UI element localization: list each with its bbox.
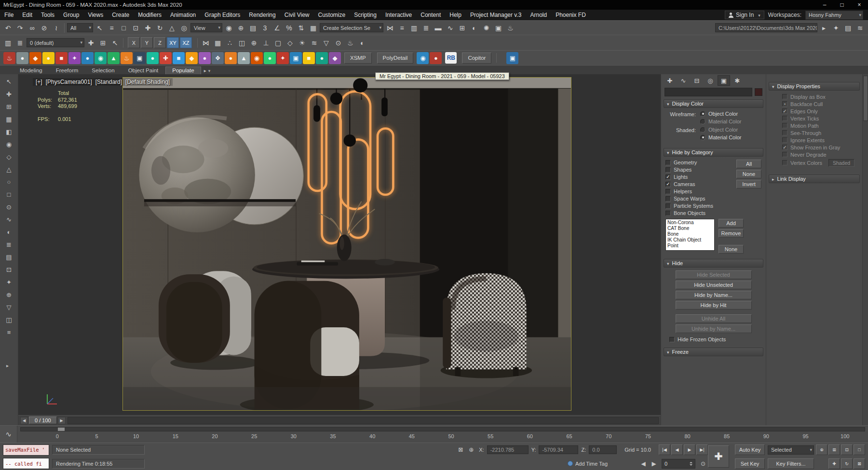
keyboard-override-icon[interactable]: ▤ xyxy=(247,22,258,33)
region-tool-icon[interactable]: ⊡ xyxy=(3,265,15,274)
coordinate-z-field[interactable]: 0.0 xyxy=(589,445,617,454)
menu-content[interactable]: Content xyxy=(416,10,445,20)
vertex-ticks-checkbox[interactable]: Vertex Ticks xyxy=(770,115,859,122)
plugin-icon[interactable]: ◉ xyxy=(251,52,263,64)
scene-explorer-new-icon[interactable]: ▤ xyxy=(842,22,854,33)
plugin-icon[interactable]: ◉ xyxy=(95,52,107,64)
grab-viewport-icon[interactable]: ⊙ xyxy=(333,37,344,48)
track-bar[interactable]: 0510152025303540455055606570758085909510… xyxy=(17,426,868,443)
select-layer-objects-icon[interactable]: ↖ xyxy=(109,37,121,48)
split-tool-icon[interactable]: ◫ xyxy=(3,315,15,324)
menu-customize[interactable]: Customize xyxy=(314,10,350,20)
category-geometry-checkbox[interactable]: Geometry xyxy=(665,160,733,165)
plugin-icon[interactable]: ▣ xyxy=(506,52,518,64)
material-editor-icon[interactable]: ◐ xyxy=(469,22,480,33)
sphere-tool-icon[interactable]: ◐ xyxy=(3,228,15,237)
add-time-tag-button[interactable]: Add Time Tag xyxy=(568,461,608,467)
cone-tool-icon[interactable]: △ xyxy=(3,165,15,174)
category-list-item[interactable]: Non-Corona xyxy=(667,220,713,226)
hide-selected-button[interactable]: Hide Selected xyxy=(676,270,752,279)
category-shapes-checkbox[interactable]: Shapes xyxy=(665,167,733,173)
menu-project-manager[interactable]: Project Manager v.3 xyxy=(466,10,526,20)
bind-to-space-warp-icon[interactable]: ≀ xyxy=(51,22,62,33)
backface-cull-checkbox[interactable]: Backface Cull xyxy=(770,100,859,107)
project-folder-icon[interactable]: ▸ xyxy=(818,22,829,33)
toggle-ribbon-icon[interactable]: ▬ xyxy=(433,22,444,33)
plugin-icon[interactable]: ● xyxy=(42,52,54,64)
category-list-item[interactable]: CAT Bone xyxy=(667,226,713,231)
tab-modeling[interactable]: Modeling xyxy=(14,67,49,74)
maxscript-mini-listener[interactable]: saveMaxFile ' xyxy=(3,444,49,456)
named-selection-sets-select[interactable]: Create Selection Se xyxy=(320,23,383,32)
plugin-icon[interactable]: ◉ xyxy=(417,52,429,64)
pyramid-tool-icon[interactable]: ▽ xyxy=(3,303,15,312)
add-to-layer-icon[interactable]: ⊞ xyxy=(97,37,108,48)
plugin-icon[interactable]: ♨ xyxy=(121,52,133,64)
hierarchy-tab-icon[interactable]: ⊟ xyxy=(691,75,703,86)
light-lister-icon[interactable]: ☀ xyxy=(297,37,308,48)
menu-tool-icon[interactable]: ≡ xyxy=(3,328,15,337)
unhide-all-button[interactable]: Unhide All xyxy=(676,314,752,323)
tab-selection[interactable]: Selection xyxy=(85,67,121,74)
plugin-icon[interactable]: ■ xyxy=(303,52,315,64)
mirror-tool-icon[interactable]: ⋈ xyxy=(200,37,211,48)
edit-named-selections-icon[interactable]: ▦ xyxy=(308,22,319,33)
plugin-icon[interactable]: ■ xyxy=(55,52,68,64)
menu-graph-editors[interactable]: Graph Editors xyxy=(200,10,244,20)
time-configuration-icon[interactable]: ⊙ xyxy=(698,459,708,469)
unhide-by-name-button[interactable]: Unhide by Name... xyxy=(676,324,752,333)
coordinate-x-field[interactable]: -2210.785 xyxy=(487,445,529,454)
menu-views[interactable]: Views xyxy=(83,10,108,20)
shaded-material-color-radio[interactable]: Material Color xyxy=(700,134,741,140)
plugin-icon[interactable]: ● xyxy=(225,52,237,64)
axis-xz-button[interactable]: XZ xyxy=(180,37,192,48)
tab-freeform[interactable]: Freeform xyxy=(50,67,85,74)
open-mini-curve-editor-button[interactable]: ∿ xyxy=(0,426,17,443)
rb-logo[interactable]: RB xyxy=(445,52,457,64)
curve-tool-icon[interactable]: ∿ xyxy=(3,215,15,224)
menu-phoenix-fd[interactable]: Phoenix FD xyxy=(551,10,590,20)
next-key-icon[interactable]: ▶ xyxy=(649,459,659,469)
current-frame-marker[interactable] xyxy=(58,428,65,431)
selection-lock-toggle-icon[interactable]: ⊠ xyxy=(456,445,465,455)
select-cursor-icon[interactable]: ↖ xyxy=(3,77,15,86)
category-none-button[interactable]: None xyxy=(719,245,744,254)
scene-states-manager-icon[interactable]: ≋ xyxy=(309,37,320,48)
maximize-button[interactable]: □ xyxy=(833,0,851,10)
category-particle-systems-checkbox[interactable]: Particle Systems xyxy=(665,203,733,209)
scene-states-icon[interactable]: ≋ xyxy=(854,22,866,33)
polydetail-button[interactable]: PolyDetail xyxy=(377,53,414,64)
toolbar-flyout-icon[interactable]: ▸ xyxy=(6,363,9,368)
frame-spinner[interactable] xyxy=(690,460,692,467)
percent-snap-icon[interactable]: % xyxy=(284,22,295,33)
wireframe-material-color-radio[interactable]: Material Color xyxy=(700,119,741,124)
spinner-snap-icon[interactable]: ⇅ xyxy=(296,22,307,33)
set-key-button[interactable]: Set Key xyxy=(735,458,765,469)
play-button[interactable]: ▶ xyxy=(684,444,695,455)
menu-modifiers[interactable]: Modifiers xyxy=(134,10,166,20)
shaded-object-color-radio[interactable]: Object Color xyxy=(700,127,741,133)
motion-tab-icon[interactable]: ◎ xyxy=(704,75,717,86)
box-tool-icon[interactable]: □ xyxy=(3,190,15,199)
set-keys-big-button[interactable]: ✚ xyxy=(708,445,729,468)
category-remove-button[interactable]: Remove xyxy=(719,229,744,238)
reference-coordinate-select[interactable]: View xyxy=(190,23,222,32)
project-path-field[interactable]: C:\Users\20122\Documents\3ds Max 2020 xyxy=(715,23,817,32)
rollout-hide-by-category[interactable]: Hide by Category xyxy=(664,148,763,157)
category-space-warps-checkbox[interactable]: Space Warps xyxy=(665,196,733,201)
rollout-link-display[interactable]: Link Display xyxy=(769,175,860,183)
redo-icon[interactable]: ↷ xyxy=(14,22,26,33)
zoom-icon[interactable]: ⊕ xyxy=(816,444,827,455)
menu-interactive[interactable]: Interactive xyxy=(381,10,416,20)
camera-view[interactable] xyxy=(122,77,571,411)
previous-frame-button[interactable]: ◀ xyxy=(671,444,683,455)
viewport[interactable]: [+][PhysCamera001][Standard][Default Sha… xyxy=(18,74,661,415)
tab-object-paint[interactable]: Object Paint xyxy=(122,67,165,74)
category-list-item[interactable]: Point xyxy=(667,243,713,249)
menu-file[interactable]: File xyxy=(0,10,18,20)
rollout-freeze[interactable]: Freeze xyxy=(664,348,763,356)
normal-align-icon[interactable]: ⊥ xyxy=(260,37,271,48)
menu-rendering[interactable]: Rendering xyxy=(244,10,280,20)
list-tool-icon[interactable]: ≣ xyxy=(3,240,15,249)
edges-only-checkbox[interactable]: Edges Only xyxy=(770,107,859,115)
